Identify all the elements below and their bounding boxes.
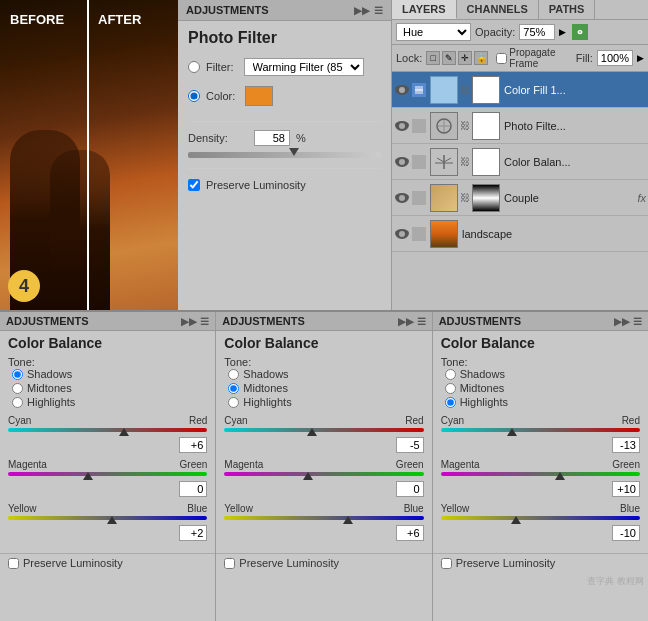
cb-yellow-blue-row-1: Yellow Blue +2 (8, 503, 207, 541)
opacity-value[interactable]: 75% (519, 24, 555, 40)
cb-cyan-red-value-2[interactable]: -5 (396, 437, 424, 453)
cb-blue-label-3: Blue (620, 503, 640, 514)
cb-highlights-label-3: Highlights (460, 396, 508, 408)
cb-mag-green-fill-1 (8, 472, 207, 476)
tab-channels[interactable]: CHANNELS (457, 0, 539, 19)
arrow-right-icon[interactable]: ▶▶ (354, 5, 370, 16)
cb-cyan-red-value-1[interactable]: +6 (179, 437, 207, 453)
fill-value[interactable]: 100% (597, 50, 633, 66)
tab-paths[interactable]: PATHS (539, 0, 596, 19)
cb-radio-midtones-1: Midtones (12, 382, 207, 394)
photo-filter-panel: ADJUSTMENTS ▶▶ ☰ Photo Filter Filter: Wa… (178, 0, 392, 310)
cb-green-label-1: Green (180, 459, 208, 470)
cb-mag-green-thumb-2[interactable] (303, 472, 313, 480)
cb-radio-midtones-2: Midtones (228, 382, 423, 394)
cb-preserve-check-2[interactable] (224, 558, 235, 569)
cb-radio-group-1: Shadows Midtones Highlights (8, 368, 207, 408)
layer-mask-3 (472, 148, 500, 176)
filter-select[interactable]: Warming Filter (85) (244, 58, 364, 76)
tab-layers[interactable]: LAYERS (392, 0, 457, 19)
blend-mode-select[interactable]: Hue (396, 23, 471, 41)
cb-expand-3[interactable]: ▶▶ (614, 316, 630, 327)
cb-mag-green-value-2[interactable]: 0 (396, 481, 424, 497)
cb-radio-highlights-input-2[interactable] (228, 397, 239, 408)
cb-radio-highlights-input-1[interactable] (12, 397, 23, 408)
lock-pixels-icon[interactable]: ✎ (442, 51, 456, 65)
cb-radio-shadows-input-1[interactable] (12, 369, 23, 380)
layer-row-color-fill[interactable]: ⛓ Color Fill 1... (392, 72, 648, 108)
cb-expand-1[interactable]: ▶▶ (181, 316, 197, 327)
density-slider-track[interactable] (188, 152, 381, 158)
layer-visibility-3[interactable] (394, 154, 410, 170)
cb-yellow-blue-thumb-3[interactable] (511, 516, 521, 524)
cb-mag-green-thumb-3[interactable] (555, 472, 565, 480)
cb-panel-highlights: ADJUSTMENTS ▶▶ ☰ Color Balance Tone: Sha… (433, 312, 648, 621)
cb-menu-1[interactable]: ☰ (200, 316, 209, 327)
cb-cyan-red-thumb-3[interactable] (507, 428, 517, 436)
cb-preserve-check-3[interactable] (441, 558, 452, 569)
layer-visibility-5[interactable] (394, 226, 410, 242)
cb-yellow-blue-fill-3 (441, 516, 640, 520)
layers-tabs: LAYERS CHANNELS PATHS (392, 0, 648, 20)
filter-row: Filter: Warming Filter (85) (178, 53, 391, 81)
filter-label: Filter: (206, 61, 234, 73)
lock-position-icon[interactable]: ✛ (458, 51, 472, 65)
color-radio[interactable] (188, 90, 200, 102)
cb-tone-section-2: Tone: Shadows Midtones Highlights (216, 353, 431, 411)
cb-cyan-red-row-2: Cyan Red -5 (224, 415, 423, 453)
lock-all-icon[interactable]: 🔒 (474, 51, 488, 65)
cb-sliders-2: Cyan Red -5 Magenta Green 0 (216, 411, 431, 551)
filter-radio[interactable] (188, 61, 200, 73)
cb-panel-midtones: ADJUSTMENTS ▶▶ ☰ Color Balance Tone: Sha… (216, 312, 432, 621)
eye-icon-5 (395, 229, 409, 239)
step-badge: 4 (8, 270, 40, 302)
layer-visibility-2[interactable] (394, 118, 410, 134)
cb-sliders-1: Cyan Red +6 Magenta Green (0, 411, 215, 551)
lock-transparent-icon[interactable]: □ (426, 51, 440, 65)
cb-menu-3[interactable]: ☰ (633, 316, 642, 327)
cb-yellow-blue-thumb-1[interactable] (107, 516, 117, 524)
cb-yellow-blue-value-2[interactable]: +6 (396, 525, 424, 541)
cb-yellow-blue-row-3: Yellow Blue -10 (441, 503, 640, 541)
cb-mag-green-value-1[interactable]: 0 (179, 481, 207, 497)
cb-menu-2[interactable]: ☰ (417, 316, 426, 327)
layer-row-photo-filter[interactable]: ⛓ Photo Filte... (392, 108, 648, 144)
menu-icon[interactable]: ☰ (374, 5, 383, 16)
cb-radio-shadows-input-2[interactable] (228, 369, 239, 380)
fill-arrow[interactable]: ▶ (637, 53, 644, 63)
density-row: Density: 58 % (178, 122, 391, 150)
cb-cyan-red-value-3[interactable]: -13 (612, 437, 640, 453)
layer-row-landscape[interactable]: landscape (392, 216, 648, 252)
cb-cyan-red-thumb-2[interactable] (307, 428, 317, 436)
density-value[interactable]: 58 (254, 130, 290, 146)
pf-header-icons: ▶▶ ☰ (354, 5, 383, 16)
opacity-arrow[interactable]: ▶ (559, 27, 566, 37)
cb-yellow-blue-value-1[interactable]: +2 (179, 525, 207, 541)
opacity-label: Opacity: (475, 26, 515, 38)
cb-preserve-row-3: Preserve Luminosity (433, 553, 648, 572)
propagate-check[interactable]: Propagate Frame (496, 47, 571, 69)
density-slider-thumb[interactable] (289, 148, 299, 156)
cb-radio-midtones-input-2[interactable] (228, 383, 239, 394)
cb-radio-shadows-input-3[interactable] (445, 369, 456, 380)
layer-type-icon-3 (412, 155, 426, 169)
cb-radio-midtones-input-3[interactable] (445, 383, 456, 394)
cb-preserve-row-1: Preserve Luminosity (0, 553, 215, 572)
cb-radio-highlights-input-3[interactable] (445, 397, 456, 408)
layer-visibility-1[interactable] (394, 82, 410, 98)
cb-yellow-blue-thumb-2[interactable] (343, 516, 353, 524)
preserve-checkbox[interactable] (188, 179, 200, 191)
cb-cyan-label-2: Cyan (224, 415, 247, 426)
color-swatch[interactable] (245, 86, 273, 106)
cb-cyan-red-thumb-1[interactable] (119, 428, 129, 436)
layer-row-color-balance[interactable]: ⛓ Color Balan... (392, 144, 648, 180)
cb-radio-midtones-input-1[interactable] (12, 383, 23, 394)
cb-red-label-2: Red (405, 415, 423, 426)
cb-preserve-check-1[interactable] (8, 558, 19, 569)
cb-mag-green-thumb-1[interactable] (83, 472, 93, 480)
cb-yellow-blue-value-3[interactable]: -10 (612, 525, 640, 541)
layer-row-couple[interactable]: ⛓ Couple fx (392, 180, 648, 216)
cb-expand-2[interactable]: ▶▶ (398, 316, 414, 327)
cb-mag-green-value-3[interactable]: +10 (612, 481, 640, 497)
layer-visibility-4[interactable] (394, 190, 410, 206)
